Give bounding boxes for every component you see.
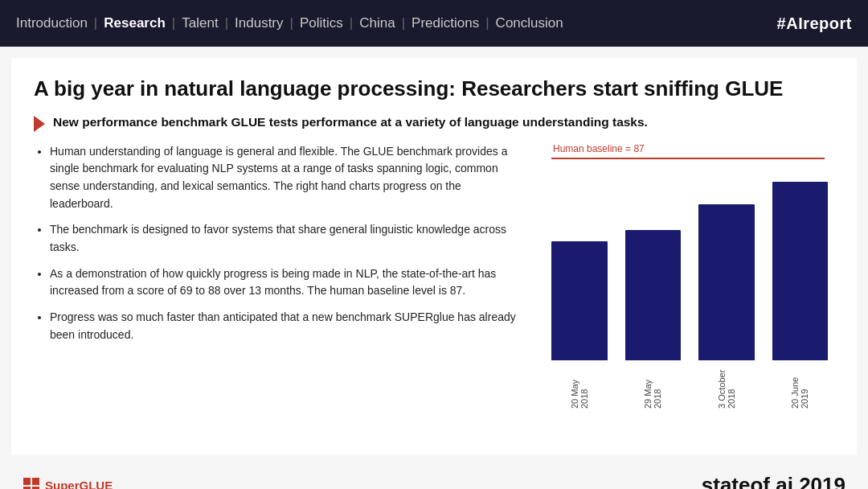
subtitle-row: New performance benchmark GLUE tests per… [34,113,834,132]
bar-value-3: 81 [720,186,732,201]
nav-items: Introduction | Research | Talent | Indus… [16,15,563,31]
svg-rect-0 [23,478,31,485]
super-glue-brand: SuperGLUE [23,477,113,490]
subtitle-text: New performance benchmark GLUE tests per… [53,113,648,131]
bar-value-4: 88 [794,163,806,179]
x-label-col-2: 29 May 2018 [625,362,682,409]
bullet-list: Human understanding of language is gener… [34,143,521,353]
navbar: Introduction | Research | Talent | Indus… [0,0,868,47]
sidebar-item-industry[interactable]: Industry [235,15,283,31]
x-label-2: 29 May 2018 [643,362,662,409]
nav-sep-6: | [402,15,405,31]
x-label-1: 20 May 2018 [570,362,589,409]
super-glue-label: SuperGLUE [45,479,113,489]
x-axis-labels: 20 May 2018 29 May 2018 3 October 2018 2… [545,362,834,409]
x-label-col-3: 3 October 2018 [698,362,755,409]
two-col-layout: Human understanding of language is gener… [34,143,834,409]
sidebar-item-china[interactable]: China [359,15,395,31]
main-content: A big year in natural language processin… [11,58,857,455]
svg-rect-2 [23,487,31,490]
footer: SuperGLUE stateof.ai 2019 [0,466,868,489]
svg-rect-1 [32,478,39,485]
bar-col-2: 73 [625,212,682,360]
nav-sep-5: | [350,15,353,31]
nav-sep-1: | [94,15,97,31]
bar-col-1: 69 [551,223,608,360]
nav-sep-2: | [172,15,175,31]
bar-4 [772,182,829,360]
bar-chart-area: Human baseline = 87 69 73 81 [545,143,834,409]
x-label-col-1: 20 May 2018 [551,362,608,409]
hashtag-label: #AIreport [777,14,852,33]
list-item: Progress was so much faster than anticip… [50,309,521,343]
triangle-icon [34,116,45,132]
bar-col-3: 81 [698,186,755,360]
slide-title: A big year in natural language processin… [34,76,834,102]
sidebar-item-talent[interactable]: Talent [182,15,218,31]
bar-value-1: 69 [573,223,585,238]
x-label-col-4: 20 June 2019 [772,362,829,409]
nav-sep-7: | [485,15,489,31]
list-item: As a demonstration of how quickly progre… [50,265,521,300]
sidebar-item-politics[interactable]: Politics [300,15,343,31]
bar-2 [625,230,682,360]
sidebar-item-introduction[interactable]: Introduction [16,15,88,31]
x-label-4: 20 June 2019 [790,362,809,409]
bar-1 [551,241,608,360]
list-item: Human understanding of language is gener… [50,143,521,213]
list-item: The benchmark is designed to favor syste… [50,221,521,256]
nav-sep-4: | [290,15,293,31]
sidebar-item-predictions[interactable]: Predictions [411,15,479,31]
sidebar-item-conclusion[interactable]: Conclusion [496,15,563,31]
bar-3 [698,204,755,360]
bar-col-4: 88 [772,163,829,360]
stateof-label: stateof.ai 2019 [702,473,845,489]
x-label-3: 3 October 2018 [717,362,736,409]
sidebar-item-research[interactable]: Research [104,15,166,31]
bar-chart: 69 73 81 88 [545,151,834,360]
bar-value-2: 73 [647,212,659,227]
nav-sep-3: | [225,15,228,31]
svg-rect-3 [32,487,39,490]
glue-icon [23,477,40,490]
